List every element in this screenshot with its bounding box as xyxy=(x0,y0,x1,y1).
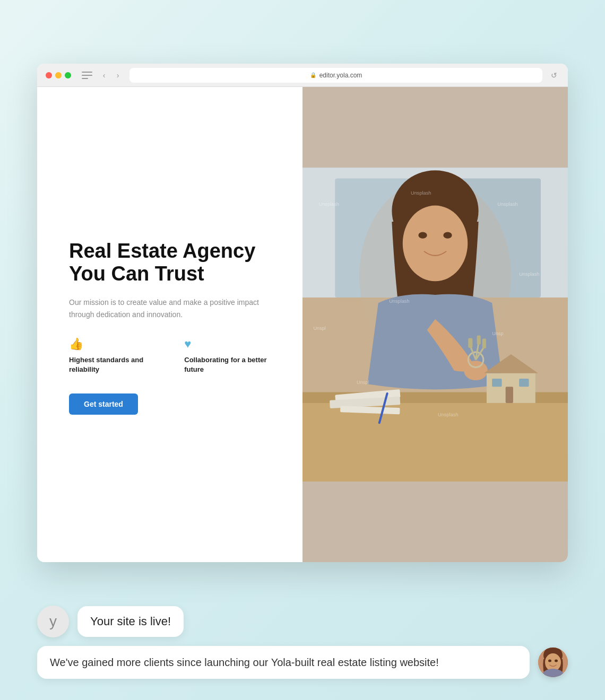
system-message-row: y Your site is live! xyxy=(37,606,568,637)
svg-point-11 xyxy=(418,232,427,239)
svg-point-10 xyxy=(403,206,468,282)
sidebar-toggle-icon[interactable] xyxy=(82,72,92,79)
get-started-button[interactable]: Get started xyxy=(69,393,138,415)
url-text: editor.yola.com xyxy=(319,72,362,79)
svg-rect-23 xyxy=(492,379,502,387)
heart-icon: ♥ xyxy=(184,337,276,351)
browser-window: ‹ › 🔒 editor.yola.com ↺ Real Estate Agen… xyxy=(37,64,568,562)
minimize-button[interactable] xyxy=(55,72,62,78)
forward-button[interactable]: › xyxy=(113,70,123,81)
back-button[interactable]: ‹ xyxy=(99,70,109,81)
system-message-text: Your site is live! xyxy=(90,615,171,628)
feature-label-2: Collaborating for a better future xyxy=(184,355,276,374)
svg-text:Unsplash: Unsplash xyxy=(497,202,517,207)
yola-avatar: y xyxy=(37,606,69,637)
traffic-lights xyxy=(46,72,71,78)
user-avatar-image xyxy=(538,648,568,677)
svg-point-12 xyxy=(443,232,452,239)
address-bar[interactable]: 🔒 editor.yola.com xyxy=(129,68,542,83)
thumbs-up-icon: 👍 xyxy=(69,337,163,351)
svg-rect-25 xyxy=(506,387,513,403)
hero-subtitle: Our mission is to create value and make … xyxy=(69,296,276,320)
close-button[interactable] xyxy=(46,72,52,78)
yola-avatar-letter: y xyxy=(49,613,57,630)
feature-item-1: 👍 Highest standards and reliability xyxy=(69,337,163,374)
svg-text:Unsplash: Unsplash xyxy=(411,190,431,196)
svg-point-41 xyxy=(545,653,561,671)
svg-rect-20 xyxy=(482,339,486,348)
feature-item-2: ♥ Collaborating for a better future xyxy=(184,337,276,374)
testimonial-bubble: We've gained more clients since launchin… xyxy=(37,646,530,679)
svg-text:Unspl: Unspl xyxy=(313,326,325,331)
reload-button[interactable]: ↺ xyxy=(549,70,559,81)
testimonial-row: We've gained more clients since launchin… xyxy=(37,646,568,679)
browser-chrome: ‹ › 🔒 editor.yola.com ↺ xyxy=(37,64,568,87)
maximize-button[interactable] xyxy=(65,72,71,78)
svg-text:Unsplash: Unsplash xyxy=(519,272,539,277)
svg-rect-24 xyxy=(519,379,529,387)
website-left-panel: Real Estate Agency You Can Trust Our mis… xyxy=(37,87,302,562)
lock-icon: 🔒 xyxy=(310,72,316,78)
testimonial-text: We've gained more clients since launchin… xyxy=(50,657,439,668)
features-row: 👍 Highest standards and reliability ♥ Co… xyxy=(69,337,276,374)
svg-text:Unsplash: Unsplash xyxy=(438,412,458,417)
svg-rect-18 xyxy=(468,338,472,348)
svg-point-13 xyxy=(464,361,488,380)
svg-point-43 xyxy=(555,660,558,662)
website-right-panel: Unsplash Unsplash Unsplash Unsplash Unsp… xyxy=(302,87,568,562)
hero-title: Real Estate Agency You Can Trust xyxy=(69,240,276,286)
svg-text:Unsplash: Unsplash xyxy=(319,202,339,207)
svg-text:Unspl: Unspl xyxy=(357,380,369,385)
chat-section: y Your site is live! We've gained more c… xyxy=(37,606,568,679)
svg-text:Unsplash: Unsplash xyxy=(389,299,409,304)
svg-text:Unsp: Unsp xyxy=(492,331,503,336)
feature-label-1: Highest standards and reliability xyxy=(69,355,163,374)
svg-rect-19 xyxy=(477,335,481,344)
system-chat-bubble: Your site is live! xyxy=(77,606,184,637)
svg-point-42 xyxy=(548,660,551,662)
user-avatar xyxy=(538,648,568,677)
browser-content: Real Estate Agency You Can Trust Our mis… xyxy=(37,87,568,562)
hero-image: Unsplash Unsplash Unsplash Unsplash Unsp… xyxy=(302,87,568,562)
nav-buttons: ‹ › xyxy=(99,70,123,81)
